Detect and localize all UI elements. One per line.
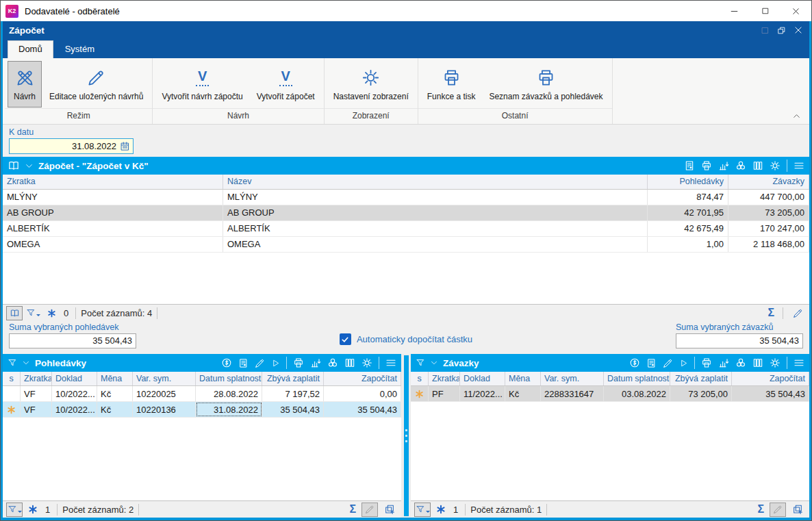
ribbon-collapse-chevron-icon[interactable] (792, 112, 801, 120)
cell-pohledavky[interactable]: 874,47 (648, 190, 728, 205)
column-zapocitat[interactable]: Započítat (732, 372, 809, 385)
cell-zavazky[interactable]: 73 205,00 (728, 205, 809, 220)
column-datum[interactable]: Datum splatnosti (196, 372, 262, 385)
k-datu-input[interactable]: 31.08.2022 (9, 138, 134, 154)
cell-pohledavky[interactable]: 1,00 (648, 237, 728, 252)
cell-zapocitat[interactable]: 35 504,43 (732, 386, 809, 401)
column-varsym[interactable]: Var. sym. (133, 372, 196, 385)
cell-varsym[interactable]: 10220136 (133, 402, 196, 417)
chevron-down-icon[interactable] (22, 359, 30, 367)
cell-datum[interactable]: 28.08.2022 (196, 386, 262, 401)
table-row-selected[interactable]: AB GROUP AB GROUP 42 701,95 73 205,00 (3, 205, 809, 221)
gear-icon[interactable] (770, 160, 781, 171)
sum-payables-input[interactable]: 35 504,43 (676, 333, 803, 348)
column-zkratka[interactable]: Zkratka (21, 372, 52, 385)
selected-star-icon[interactable] (433, 503, 449, 517)
dock-icon[interactable] (761, 26, 770, 35)
cell-zkratka[interactable]: OMEGA (3, 237, 223, 252)
editace-ulozenych-navrhu-button[interactable]: Editace uložených návrhů (43, 61, 149, 107)
panel-splitter[interactable] (401, 354, 411, 518)
column-zbyva[interactable]: Zbývá zaplatit (670, 372, 732, 385)
column-zkratka[interactable]: Zkratka (429, 372, 460, 385)
book-view-button[interactable] (6, 306, 23, 320)
filter-button[interactable] (25, 306, 41, 320)
maximize-button[interactable] (750, 1, 781, 21)
cell-zapocitat[interactable]: 0,00 (324, 386, 401, 401)
menu-icon[interactable] (794, 160, 804, 171)
cell-zkratka[interactable]: AB GROUP (3, 205, 223, 220)
cell-nazev[interactable]: OMEGA (223, 237, 648, 252)
auto-amount-checkbox[interactable] (340, 333, 351, 345)
sum-icon[interactable]: Σ (765, 307, 776, 319)
cell-doklad[interactable]: 10/2022... (52, 386, 97, 401)
cell-zkratka[interactable]: MLÝNY (3, 190, 223, 205)
cell-mena[interactable]: Kč (505, 386, 541, 401)
report-icon[interactable] (646, 358, 657, 368)
nastaveni-zobrazeni-button[interactable]: Nastavení zobrazení (327, 61, 415, 107)
edit-icon[interactable] (663, 358, 673, 368)
column-s[interactable]: s (3, 372, 21, 385)
cell-zkratka[interactable]: VF (21, 402, 52, 417)
cell-doklad[interactable]: 11/2022... (460, 386, 505, 401)
vytvorit-navrh-zapoctu-button[interactable]: V Vytvořit návrh zápočtu (155, 61, 249, 107)
cell-zkratka[interactable]: PF (429, 386, 460, 401)
edit-icon[interactable] (789, 306, 806, 320)
table-row-selected[interactable]: PF 11/2022... Kč 2288331647 03.08.2022 7… (411, 386, 809, 402)
cell-zbyva[interactable]: 35 504,43 (262, 402, 324, 417)
table-row[interactable]: VF 10/2022... Kč 10220025 28.08.2022 7 1… (3, 386, 401, 402)
navrh-button[interactable]: Návrh (8, 61, 42, 107)
cell-zavazky[interactable]: 170 247,00 (728, 221, 809, 236)
cell-varsym[interactable]: 2288331647 (541, 386, 604, 401)
currency-refresh-icon[interactable] (629, 357, 640, 368)
vytvorit-zapocet-button[interactable]: V Vytvořit zápočet (251, 61, 321, 107)
print-icon[interactable] (701, 160, 712, 171)
filter-icon[interactable] (8, 358, 17, 368)
cell-varsym[interactable]: 10220025 (133, 386, 196, 401)
cell-zkratka[interactable]: VF (21, 386, 52, 401)
edit-icon[interactable] (255, 358, 265, 368)
cell-datum-focused[interactable]: 31.08.2022 (196, 402, 262, 417)
gear-icon[interactable] (770, 357, 781, 368)
close-button[interactable] (781, 1, 811, 21)
filter-icon[interactable] (416, 358, 425, 368)
auto-amount-checkbox-label[interactable]: Automaticky dopočítat částku (357, 334, 472, 344)
copy-add-icon[interactable] (381, 503, 398, 517)
gear-icon[interactable] (361, 357, 372, 368)
table-row[interactable]: OMEGA OMEGA 1,00 2 118 468,00 (3, 237, 809, 253)
play-icon[interactable] (271, 359, 280, 368)
column-s[interactable]: s (411, 372, 429, 385)
cell-nazev[interactable]: ALBERTÍK (223, 221, 648, 236)
chevron-down-icon[interactable] (25, 162, 34, 170)
minimize-button[interactable] (719, 1, 750, 21)
chevron-down-icon[interactable] (430, 359, 438, 367)
columns-icon[interactable] (752, 160, 763, 171)
clover-icon[interactable] (327, 357, 338, 368)
restore-icon[interactable] (777, 26, 786, 35)
column-zbyva[interactable]: Zbývá zaplatit (262, 372, 324, 385)
column-mena[interactable]: Měna (505, 372, 541, 385)
chart-icon[interactable] (718, 160, 729, 171)
menu-icon[interactable] (385, 357, 396, 368)
sum-icon[interactable]: Σ (347, 503, 358, 516)
cell-zavazky[interactable]: 2 118 468,00 (728, 237, 809, 252)
column-mena[interactable]: Měna (97, 372, 133, 385)
copy-add-icon[interactable] (789, 503, 806, 517)
column-datum[interactable]: Datum splatnosti (604, 372, 670, 385)
splitter-grip[interactable] (404, 355, 409, 516)
play-icon[interactable] (679, 359, 688, 368)
cell-mena[interactable]: Kč (97, 386, 133, 401)
chart-icon[interactable] (310, 357, 321, 368)
column-doklad[interactable]: Doklad (52, 372, 97, 385)
cell-zbyva[interactable]: 73 205,00 (670, 386, 732, 401)
currency-refresh-icon[interactable] (221, 357, 232, 368)
column-zavazky[interactable]: Závazky (728, 175, 809, 189)
print-icon[interactable] (293, 357, 304, 368)
table-row[interactable]: ALBERTÍK ALBERTÍK 42 675,49 170 247,00 (3, 221, 809, 237)
cell-zkratka[interactable]: ALBERTÍK (3, 221, 223, 236)
clover-icon[interactable] (735, 160, 746, 171)
selected-star-icon[interactable] (43, 306, 60, 320)
cell-pohledavky[interactable]: 42 675,49 (648, 221, 728, 236)
cell-nazev[interactable]: MLÝNY (223, 190, 648, 205)
included-star-icon[interactable] (3, 402, 21, 417)
column-zapocitat[interactable]: Započítat (324, 372, 401, 385)
